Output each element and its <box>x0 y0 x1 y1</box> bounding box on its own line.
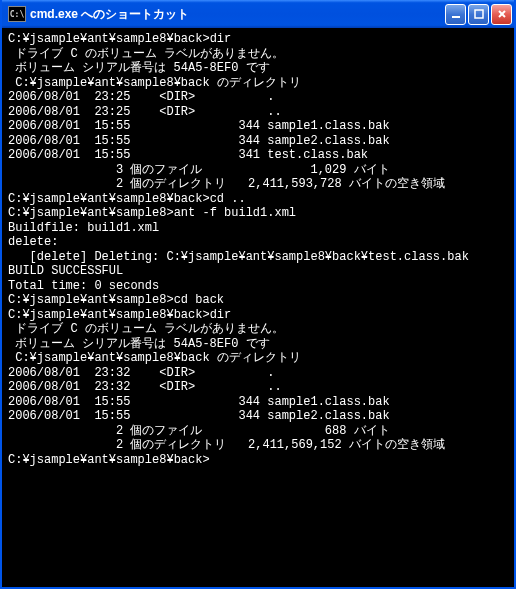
terminal-line: ボリューム シリアル番号は 54A5-8EF0 です <box>8 61 508 76</box>
terminal-line: 2006/08/01 23:25 <DIR> . <box>8 90 508 105</box>
command-prompt-window: C:\ cmd.exe へのショートカット C:¥jsample¥ant¥sam… <box>0 0 516 589</box>
terminal-line: ドライブ C のボリューム ラベルがありません。 <box>8 47 508 62</box>
terminal-line: BUILD SUCCESSFUL <box>8 264 508 279</box>
terminal-line: ボリューム シリアル番号は 54A5-8EF0 です <box>8 337 508 352</box>
terminal-line: Total time: 0 seconds <box>8 279 508 294</box>
terminal-line: C:¥jsample¥ant¥sample8>ant -f build1.xml <box>8 206 508 221</box>
window-title: cmd.exe へのショートカット <box>30 6 445 23</box>
terminal-line: Buildfile: build1.xml <box>8 221 508 236</box>
terminal-line: C:¥jsample¥ant¥sample8¥back> <box>8 453 508 468</box>
cmd-icon: C:\ <box>8 6 26 22</box>
maximize-button[interactable] <box>468 4 489 25</box>
svg-rect-0 <box>452 16 460 18</box>
terminal-output[interactable]: C:¥jsample¥ant¥sample8¥back>dir ドライブ C の… <box>2 28 514 587</box>
terminal-line: 2006/08/01 15:55 344 sample2.class.bak <box>8 134 508 149</box>
terminal-line: 2006/08/01 23:32 <DIR> .. <box>8 380 508 395</box>
terminal-line: 2 個のディレクトリ 2,411,593,728 バイトの空き領域 <box>8 177 508 192</box>
terminal-line: 2006/08/01 23:32 <DIR> . <box>8 366 508 381</box>
svg-rect-1 <box>475 10 483 18</box>
titlebar[interactable]: C:\ cmd.exe へのショートカット <box>2 0 514 28</box>
terminal-line: C:¥jsample¥ant¥sample8>cd back <box>8 293 508 308</box>
maximize-icon <box>474 9 484 19</box>
terminal-line: ドライブ C のボリューム ラベルがありません。 <box>8 322 508 337</box>
terminal-line: 2006/08/01 15:55 344 sample2.class.bak <box>8 409 508 424</box>
terminal-line: C:¥jsample¥ant¥sample8¥back>cd .. <box>8 192 508 207</box>
window-controls <box>445 4 512 25</box>
terminal-line: 2006/08/01 23:25 <DIR> .. <box>8 105 508 120</box>
terminal-line: 2006/08/01 15:55 344 sample1.class.bak <box>8 395 508 410</box>
terminal-line: C:¥jsample¥ant¥sample8¥back>dir <box>8 308 508 323</box>
terminal-line: C:¥jsample¥ant¥sample8¥back のディレクトリ <box>8 351 508 366</box>
close-button[interactable] <box>491 4 512 25</box>
terminal-line: 2 個のファイル 688 バイト <box>8 424 508 439</box>
terminal-line: 2006/08/01 15:55 341 test.class.bak <box>8 148 508 163</box>
close-icon <box>497 9 507 19</box>
terminal-line: C:¥jsample¥ant¥sample8¥back のディレクトリ <box>8 76 508 91</box>
terminal-line: 2006/08/01 15:55 344 sample1.class.bak <box>8 119 508 134</box>
minimize-icon <box>451 9 461 19</box>
terminal-line: 3 個のファイル 1,029 バイト <box>8 163 508 178</box>
minimize-button[interactable] <box>445 4 466 25</box>
terminal-line: [delete] Deleting: C:¥jsample¥ant¥sample… <box>8 250 508 265</box>
terminal-line: C:¥jsample¥ant¥sample8¥back>dir <box>8 32 508 47</box>
terminal-line: delete: <box>8 235 508 250</box>
terminal-line: 2 個のディレクトリ 2,411,569,152 バイトの空き領域 <box>8 438 508 453</box>
